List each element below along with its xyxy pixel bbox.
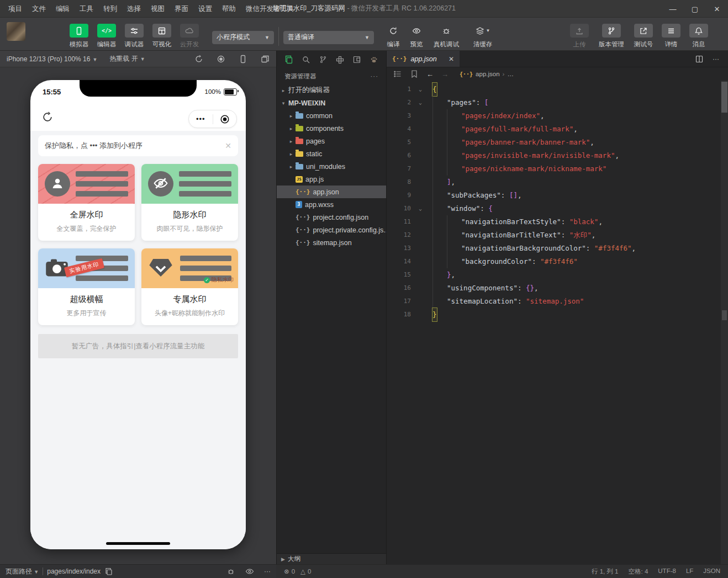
split-editor-icon[interactable]	[695, 55, 704, 63]
git-branch-icon[interactable]	[319, 55, 328, 64]
code-line-4[interactable]: 4"pages/full-mark/full-mark",	[387, 123, 721, 136]
more-dots-icon[interactable]: ···	[264, 568, 271, 575]
menu-编辑[interactable]: 编辑	[51, 0, 75, 18]
files-icon[interactable]	[284, 55, 293, 64]
code-line-5[interactable]: 5"pages/banner-mark/banner-mark",	[387, 136, 721, 149]
debug-icon[interactable]	[226, 567, 235, 576]
card-super-banner[interactable]: 实验用水印 超级横幅 更多用于宣传	[38, 248, 135, 325]
chevron-right-icon[interactable]: ▸	[288, 151, 294, 157]
debugger-toggle-button[interactable]: 调试器	[120, 24, 148, 49]
card-full-screen-watermark[interactable]: 全屏水印 全文覆盖，完全保护	[38, 164, 135, 241]
editor-scrollbar[interactable]	[721, 81, 728, 564]
code-line-15[interactable]: 15},	[387, 268, 721, 282]
privacy-banner[interactable]: 保护隐私，点 ••• 添加到小程序 ✕	[38, 135, 238, 156]
remote-debug-button[interactable]: 真机调试	[428, 24, 465, 49]
tree-item-pages[interactable]: ▸pages	[277, 135, 386, 147]
menu-选择[interactable]: 选择	[122, 0, 146, 18]
code-line-3[interactable]: 3"pages/index/index",	[387, 109, 721, 123]
code-line-1[interactable]: 1⌄{	[387, 83, 721, 96]
menu-项目[interactable]: 项目	[3, 0, 27, 18]
bookmark-icon[interactable]	[410, 70, 419, 78]
tree-item-common[interactable]: ▸common	[277, 109, 386, 122]
test-account-button[interactable]: 测试号	[630, 24, 657, 49]
menu-界面[interactable]: 界面	[170, 0, 193, 18]
chevron-right-icon[interactable]: ▸	[288, 164, 294, 169]
tree-item-static[interactable]: ▸static	[277, 147, 386, 160]
explorer-more-button[interactable]: ···	[371, 73, 379, 79]
hot-reload-toggle[interactable]: 热重载 开▼	[109, 54, 145, 63]
chevron-right-icon[interactable]: ▸	[280, 88, 287, 93]
miniprogram-capsule[interactable]: •••	[188, 110, 237, 128]
version-control-button[interactable]: 版本管理	[593, 24, 630, 49]
extensions-icon[interactable]	[335, 55, 344, 64]
code-line-9[interactable]: 9"subPackages": [],	[387, 189, 721, 202]
messages-button[interactable]: 消息	[685, 24, 713, 49]
tree-item-uni-modules[interactable]: ▸uni_modules	[277, 160, 386, 173]
code-line-18[interactable]: 18}	[387, 308, 721, 321]
chevron-right-icon[interactable]: ▸	[288, 113, 294, 119]
fold-icon[interactable]: ⌄	[415, 202, 425, 215]
copy-icon[interactable]	[104, 567, 113, 576]
back-arrow-icon[interactable]: ←	[426, 70, 434, 78]
tree-item-project-private-config-js[interactable]: {··}project.private.config.js...	[277, 224, 386, 236]
menu-工具[interactable]: 工具	[75, 0, 98, 18]
visualization-toggle-button[interactable]: 可视化	[148, 24, 176, 49]
device-frame-icon[interactable]	[239, 55, 247, 63]
scrollbar-thumb[interactable]	[721, 82, 727, 113]
more-dots-icon[interactable]: •••	[189, 115, 213, 123]
status-json[interactable]: JSON	[703, 568, 720, 576]
code-line-7[interactable]: 7"pages/nickname-mark/nickname-mark"	[387, 162, 721, 176]
window-icon[interactable]	[352, 55, 361, 64]
details-button[interactable]: 详情	[657, 24, 685, 49]
code-line-16[interactable]: 16"usingComponents": {},	[387, 282, 721, 295]
fold-icon[interactable]: ⌄	[415, 96, 425, 109]
code-line-10[interactable]: 10⌄"window": {	[387, 202, 721, 215]
chevron-right-icon[interactable]: ▸	[288, 139, 294, 144]
tree-item-project-config-json[interactable]: {··}project.config.json	[277, 211, 386, 224]
tree-item-app-json[interactable]: {··}app.json	[277, 185, 386, 198]
tree-item-app-wxss[interactable]: 3app.wxss	[277, 198, 386, 211]
mode-select[interactable]: 小程序模式▼	[212, 31, 274, 44]
close-button[interactable]: ✕	[706, 0, 728, 18]
editor-more-button[interactable]: ···	[713, 55, 719, 63]
outline-list-icon[interactable]	[393, 70, 402, 78]
chevron-down-icon[interactable]: ▾	[280, 100, 287, 106]
user-avatar[interactable]	[7, 22, 25, 41]
simulator-toggle-button[interactable]: 模拟器	[65, 24, 93, 49]
tab-app-json[interactable]: {··} app.json ✕	[387, 51, 460, 67]
eye-icon[interactable]	[245, 567, 254, 576]
preview-button[interactable]: 预览	[405, 24, 428, 49]
tree-item-打开的编辑器[interactable]: ▸打开的编辑器	[277, 84, 386, 97]
code-line-6[interactable]: 6"pages/invisible-mark/invisible-mark",	[387, 149, 721, 162]
status-行-1-列-1[interactable]: 行 1, 列 1	[592, 568, 619, 576]
code-line-17[interactable]: 17"sitemapLocation": "sitemap.json"	[387, 295, 721, 308]
clear-cache-button[interactable]: ▼ 清缓存	[465, 24, 501, 49]
code-area[interactable]: 1⌄{2⌄"pages": [3"pages/index/index",4"pa…	[387, 81, 721, 564]
code-line-13[interactable]: 13"navigationBarBackgroundColor": "#f3f4…	[387, 242, 721, 255]
record-icon[interactable]	[217, 55, 225, 63]
code-line-14[interactable]: 14"backgroundColor": "#f3f4f6"	[387, 255, 721, 268]
chevron-right-icon[interactable]: ▸	[288, 126, 294, 131]
code-line-2[interactable]: 2⌄"pages": [	[387, 96, 721, 109]
minimize-button[interactable]: —	[662, 0, 684, 18]
tree-item-components[interactable]: ▸components	[277, 122, 386, 135]
device-selector[interactable]: iPhone 12/13 (Pro) 100% 16▼	[7, 55, 97, 63]
card-invisible-watermark[interactable]: 隐形水印 肉眼不可见，隐形保护	[141, 164, 238, 241]
maximize-button[interactable]: ▢	[684, 0, 706, 18]
menu-视图[interactable]: 视图	[146, 0, 170, 18]
breadcrumb[interactable]: {··} app.json › …	[460, 71, 514, 77]
status-lf[interactable]: LF	[686, 568, 693, 576]
tab-close-icon[interactable]: ✕	[449, 55, 454, 63]
menu-设置[interactable]: 设置	[193, 0, 217, 18]
card-exclusive-watermark[interactable]: ✓隐私水印 专属水印 头像+昵称就能制作水印	[141, 248, 238, 325]
capsule-close-icon[interactable]	[213, 114, 237, 124]
menu-文件[interactable]: 文件	[27, 0, 51, 18]
tree-item-app-js[interactable]: JSapp.js	[277, 173, 386, 185]
outline-section[interactable]: ▶ 大纲	[277, 553, 386, 564]
tree-item-mp-weixin[interactable]: ▾MP-WEIXIN	[277, 97, 386, 109]
status-utf-8[interactable]: UTF-8	[658, 568, 676, 576]
menu-转到[interactable]: 转到	[98, 0, 122, 18]
reload-icon[interactable]	[41, 111, 54, 125]
rotate-icon[interactable]	[194, 55, 203, 63]
code-line-11[interactable]: 11"navigationBarTextStyle": "black",	[387, 215, 721, 229]
